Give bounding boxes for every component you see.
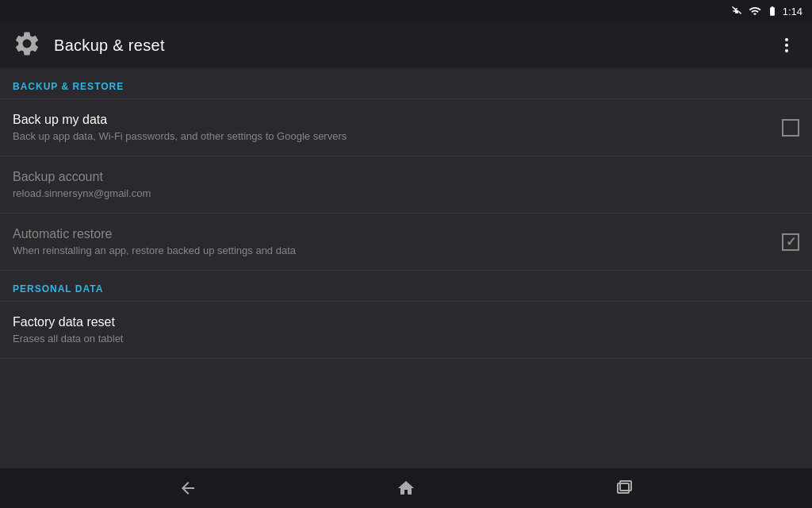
factory-data-reset-text: Factory data reset Erases all data on ta… — [13, 315, 799, 344]
page-title: Backup & reset — [54, 37, 165, 55]
more-options-button[interactable] — [774, 33, 799, 58]
more-dot-1 — [785, 38, 788, 41]
back-up-my-data-item[interactable]: Back up my data Back up app data, Wi-Fi … — [0, 99, 812, 156]
backup-account-text: Backup account reload.sinnersynx@gmail.c… — [13, 170, 799, 199]
factory-data-reset-subtitle: Erases all data on tablet — [13, 333, 799, 344]
personal-data-header: PERSONAL DATA — [0, 271, 812, 301]
app-bar-left: Backup & reset — [13, 29, 165, 61]
backup-restore-section: BACKUP & RESTORE Back up my data Back up… — [0, 68, 812, 271]
wifi-icon — [748, 5, 762, 17]
mute-icon — [730, 5, 743, 17]
more-dot-2 — [785, 44, 788, 47]
automatic-restore-subtitle: When reinstalling an app, restore backed… — [13, 244, 782, 256]
factory-data-reset-title: Factory data reset — [13, 315, 799, 329]
status-icons: 1:14 — [730, 5, 802, 17]
backup-account-subtitle: reload.sinnersynx@gmail.com — [13, 187, 799, 199]
recents-icon — [615, 479, 634, 498]
recents-button[interactable] — [600, 472, 648, 504]
automatic-restore-item: Automatic restore When reinstalling an a… — [0, 214, 812, 271]
back-up-my-data-text: Back up my data Back up app data, Wi-Fi … — [13, 113, 782, 142]
factory-data-reset-item[interactable]: Factory data reset Erases all data on ta… — [0, 302, 812, 359]
home-icon — [396, 479, 416, 498]
back-up-my-data-subtitle: Back up app data, Wi-Fi passwords, and o… — [13, 130, 782, 142]
signal-icon — [767, 5, 778, 17]
back-arrow-icon — [178, 479, 197, 498]
back-button[interactable] — [164, 472, 212, 504]
automatic-restore-title: Automatic restore — [13, 227, 782, 241]
personal-data-section: PERSONAL DATA Factory data reset Erases … — [0, 271, 812, 359]
backup-account-item: Backup account reload.sinnersynx@gmail.c… — [0, 156, 812, 214]
back-up-my-data-checkbox[interactable] — [782, 119, 799, 137]
automatic-restore-text: Automatic restore When reinstalling an a… — [13, 227, 782, 256]
app-bar: Backup & reset — [0, 22, 812, 68]
content-area: BACKUP & RESTORE Back up my data Back up… — [0, 68, 812, 468]
automatic-restore-checkbox — [782, 233, 799, 251]
backup-account-title: Backup account — [13, 170, 799, 184]
back-up-my-data-title: Back up my data — [13, 113, 782, 127]
more-dot-3 — [785, 49, 788, 52]
status-bar: 1:14 — [0, 0, 812, 22]
settings-gear-icon — [13, 29, 41, 61]
backup-restore-header: BACKUP & RESTORE — [0, 68, 812, 98]
nav-bar — [0, 468, 812, 508]
home-button[interactable] — [382, 472, 430, 504]
status-time: 1:14 — [783, 6, 802, 17]
